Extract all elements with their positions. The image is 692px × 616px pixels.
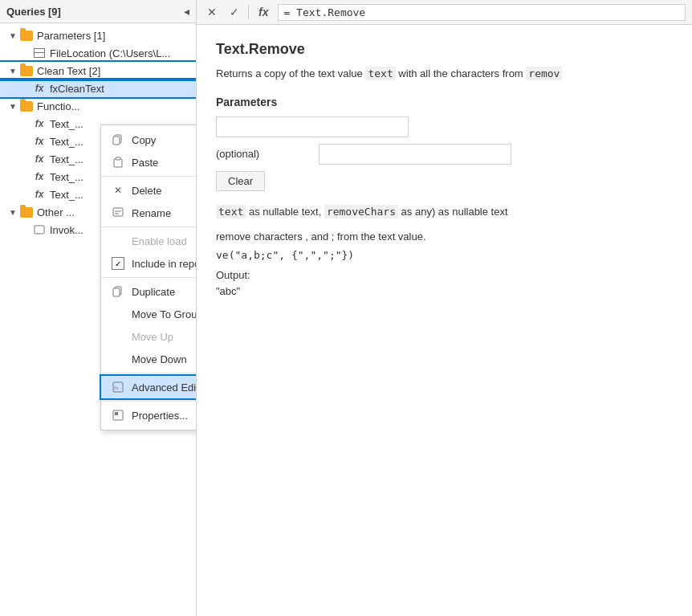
tree-item-filelocation[interactable]: FileLocation (C:\Users\L... [0,44,196,62]
separator [101,373,197,373]
separator [101,176,197,177]
copy-icon [111,133,125,147]
menu-item-advanced-editor[interactable]: fx Advanced Editor ↙ [101,376,197,398]
menu-label-advanced-editor: Advanced Editor [132,381,197,394]
svg-text:fx: fx [114,385,119,391]
expand-icon: ▼ [6,100,19,112]
move-down-icon [111,352,125,366]
rename-icon [111,206,125,220]
duplicate-icon [111,284,125,299]
menu-label-rename: Rename [132,207,197,219]
menu-item-rename[interactable]: Rename [101,202,197,224]
menu-item-move-up[interactable]: Move Up [101,325,197,348]
invoke-icon [32,223,47,236]
tree-group-cleantext[interactable]: ▼ Clean Text [2] [0,62,196,80]
item-label: Text_... [50,189,83,201]
svg-rect-4 [116,157,120,160]
menu-label-move-to-group: Move To Group [132,308,197,320]
expand-icon: ▼ [6,206,19,218]
menu-label-copy: Copy [132,134,197,146]
left-panel: Queries [9] ◂ ▼ Parameters [1] FileLocat… [0,0,197,616]
delete-icon: ✕ [111,183,125,198]
menu-label-paste: Paste [132,157,197,169]
menu-label-delete: Delete [132,185,197,197]
param-row-1 [216,116,673,137]
folder-icon [19,29,34,42]
confirm-button[interactable]: ✓ [226,3,243,21]
fx-icon: fx [32,170,47,183]
output-value: "abc" [216,284,673,300]
folder-icon [19,206,34,218]
content-area: Text.Remove Returns a copy of the text v… [197,25,692,616]
item-label: Text_... [50,153,83,165]
separator [101,277,197,278]
output-label: Output: [216,267,673,284]
menu-item-copy[interactable]: Copy [101,129,197,151]
menu-label-properties: Properties... [132,410,197,422]
clear-button[interactable]: Clear [216,171,265,191]
item-label: Text_... [50,171,83,183]
svg-rect-13 [115,412,118,415]
tree-group-functio[interactable]: ▼ Functio... [0,97,196,115]
paste-icon [111,155,125,169]
svg-rect-12 [113,410,123,420]
menu-item-properties[interactable]: Properties... [101,404,197,426]
menu-label-move-down: Move Down [132,353,197,365]
menu-item-move-to-group[interactable]: Move To Group ▶ [101,303,197,325]
group-label: Parameters [1] [37,30,105,42]
tree-group-parameters[interactable]: ▼ Parameters [1] [0,27,196,44]
svg-rect-5 [113,208,123,216]
fx-icon: fx [32,82,47,95]
move-up-icon [111,329,125,344]
menu-item-enable-load[interactable]: Enable load [101,230,197,252]
item-label: fxCleanText [50,83,104,95]
item-label: FileLocation (C:\Users\L... [50,47,170,59]
menu-item-move-down[interactable]: Move Down [101,348,197,370]
clear-row: Clear [216,171,673,191]
params-section: Parameters (optional) Clear [216,96,673,191]
fx-icon: fx [32,117,47,130]
folder-icon [19,64,34,77]
context-menu: Copy Paste ✕ Delete [100,124,197,430]
menu-label-move-up: Move Up [132,331,197,343]
signature-line: text as nullable text, removeChars as an… [216,204,673,221]
params-title: Parameters [216,96,673,108]
menu-label-duplicate: Duplicate [132,286,197,298]
svg-rect-2 [113,137,120,145]
group-label: Clean Text [2] [37,65,100,77]
fx-icon: fx [32,153,47,165]
formula-bar: ✕ ✓ fx [197,0,692,25]
formula-input[interactable] [278,4,686,21]
properties-icon [111,408,125,422]
separator [101,226,197,227]
example-desc: remove characters , and ; from the text … [216,230,673,243]
menu-item-paste[interactable]: Paste [101,151,197,173]
move-to-group-icon [111,307,125,321]
separator [101,401,197,402]
svg-rect-0 [35,226,44,234]
menu-label-include-refresh: Include in report refresh [132,258,197,270]
tree-item-fxcleantext[interactable]: fx fxCleanText [0,80,196,97]
optional-label: (optional) [216,148,312,160]
cancel-button[interactable]: ✕ [203,3,221,21]
queries-title: Queries [9] [6,6,61,18]
param-row-2: (optional) [216,144,673,165]
fx-label: fx [254,6,273,18]
expand-icon: ▼ [6,29,19,42]
param-input-1[interactable] [216,116,409,137]
separator [248,5,249,19]
left-panel-header: Queries [9] ◂ [0,0,196,23]
group-label: Other ... [37,206,75,218]
collapse-button[interactable]: ◂ [184,5,189,18]
checkbox-icon: ✓ [111,256,125,271]
doc-description: Returns a copy of the text value text wi… [216,66,673,83]
svg-rect-9 [113,288,120,296]
menu-item-include-refresh[interactable]: ✓ Include in report refresh [101,252,197,275]
param-input-2[interactable] [319,144,511,165]
menu-label-enable-load: Enable load [132,235,197,247]
menu-item-delete[interactable]: ✕ Delete [101,179,197,202]
enable-load-icon [111,234,125,248]
folder-icon [19,100,34,112]
doc-title: Text.Remove [216,41,673,58]
menu-item-duplicate[interactable]: Duplicate [101,280,197,303]
